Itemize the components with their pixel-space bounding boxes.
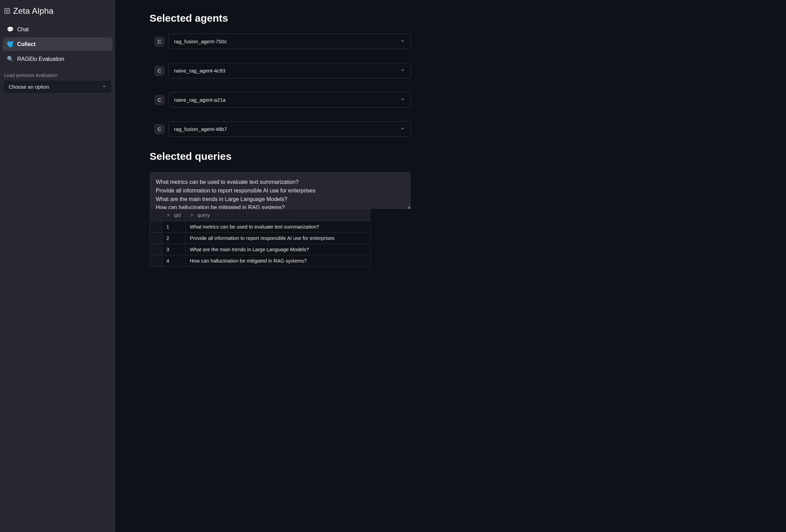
cell-qid: 1: [162, 221, 186, 233]
row-index: [150, 233, 162, 244]
query-line: How can hallucination be mitigated in RA…: [156, 203, 405, 209]
nav-item-label: Collect: [17, 41, 35, 47]
agent-row: C rag_fusion_agent-750c: [154, 34, 411, 49]
agent-name: rag_fusion_agent-750c: [174, 38, 227, 44]
brand-name: Zeta Alpha: [13, 6, 54, 16]
agent-row: C naive_rag_agent-a21a: [154, 92, 411, 108]
magnifier-icon: 🔍: [7, 56, 14, 62]
brand-logo-icon: [4, 8, 10, 14]
agent-badge: C: [154, 66, 165, 76]
chat-icon: 💬: [7, 26, 14, 33]
cell-qid: 4: [162, 255, 186, 267]
index-column-header: [150, 209, 162, 221]
table-row[interactable]: 3 What are the main trends in Large Lang…: [150, 244, 370, 255]
table-row[interactable]: 4 How can hallucination be mitigated in …: [150, 255, 370, 267]
nav-item-collect[interactable]: 🪣 Collect: [3, 37, 112, 51]
qid-column-header[interactable]: qid: [162, 209, 186, 221]
chevron-down-icon: [400, 68, 405, 74]
main-content: Selected agents C rag_fusion_agent-750c …: [115, 0, 786, 532]
table-row[interactable]: 2 Provide all information to report resp…: [150, 233, 370, 244]
agent-name: rag_fusion_agent-48b7: [174, 126, 227, 132]
nav-item-ragelo-evaluation[interactable]: 🔍 RAGElo Evaluation: [3, 52, 112, 66]
agent-row: C rag_fusion_agent-48b7: [154, 121, 411, 137]
queries-textarea[interactable]: What metrics can be used to evaluate tex…: [150, 172, 411, 209]
chevron-down-icon: [102, 84, 107, 90]
agent-expander[interactable]: rag_fusion_agent-750c: [168, 34, 411, 49]
nav-item-chat[interactable]: 💬 Chat: [3, 23, 112, 36]
select-placeholder: Choose an option: [9, 84, 49, 90]
sort-icon: [166, 213, 171, 218]
svg-rect-0: [5, 9, 10, 13]
cell-qid: 2: [162, 233, 186, 244]
queries-table[interactable]: qid query: [150, 209, 370, 267]
chevron-down-icon: [400, 97, 405, 103]
agent-badge: C: [154, 124, 165, 134]
agent-expander[interactable]: naive_rag_agent-a21a: [168, 92, 411, 108]
query-line: Provide all information to report respon…: [156, 187, 405, 195]
row-index: [150, 255, 162, 267]
agent-expander[interactable]: naive_rag_agent-4c93: [168, 63, 411, 78]
cell-query: What metrics can be used to evaluate tex…: [186, 221, 370, 233]
column-label: query: [197, 212, 210, 218]
table-row[interactable]: 1 What metrics can be used to evaluate t…: [150, 221, 370, 233]
agent-row: C naive_rag_agent-4c93: [154, 63, 411, 78]
sidebar: Zeta Alpha 💬 Chat 🪣 Collect 🔍 RAGElo Eva…: [0, 0, 115, 532]
row-index: [150, 221, 162, 233]
column-label: qid: [174, 212, 181, 218]
bucket-icon: 🪣: [7, 41, 14, 47]
resize-handle-icon[interactable]: [407, 206, 410, 209]
selected-queries-heading: Selected queries: [150, 151, 411, 162]
agent-badge: C: [154, 95, 165, 105]
agent-badge: C: [154, 36, 165, 47]
sort-icon: [190, 213, 195, 218]
row-index: [150, 244, 162, 255]
chevron-down-icon: [400, 38, 405, 44]
load-previous-select[interactable]: Choose an option: [3, 80, 112, 93]
nav-item-label: Chat: [17, 26, 29, 33]
chevron-down-icon: [400, 126, 405, 132]
agent-name: naive_rag_agent-a21a: [174, 97, 226, 103]
agent-name: naive_rag_agent-4c93: [174, 68, 225, 74]
agent-expander[interactable]: rag_fusion_agent-48b7: [168, 121, 411, 137]
cell-qid: 3: [162, 244, 186, 255]
cell-query: Provide all information to report respon…: [186, 233, 370, 244]
query-line: What metrics can be used to evaluate tex…: [156, 178, 405, 187]
brand: Zeta Alpha: [3, 4, 112, 22]
load-previous-label: Load previous evaluation: [3, 66, 112, 80]
nav-item-label: RAGElo Evaluation: [17, 56, 64, 62]
cell-query: How can hallucination be mitigated in RA…: [186, 255, 370, 267]
query-line: What are the main trends in Large Langua…: [156, 195, 405, 204]
cell-query: What are the main trends in Large Langua…: [186, 244, 370, 255]
query-column-header[interactable]: query: [186, 209, 370, 221]
selected-agents-heading: Selected agents: [150, 12, 411, 24]
